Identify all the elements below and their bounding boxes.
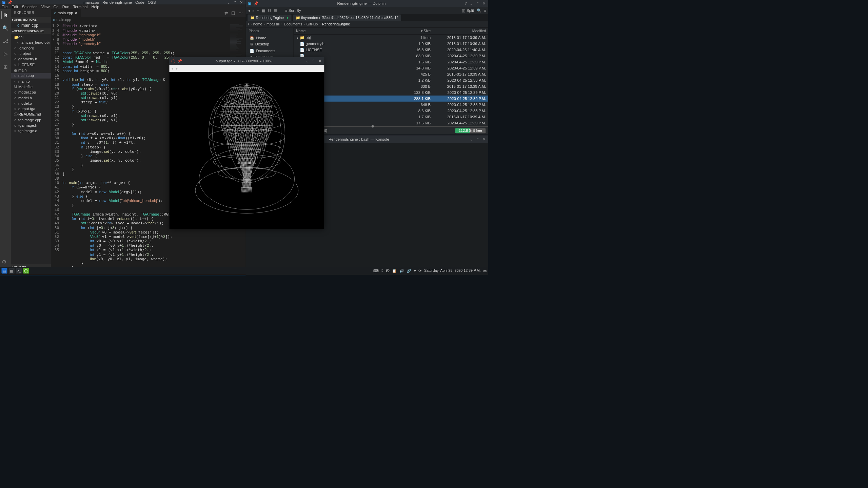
tree-item[interactable]: ○african_head.obj bbox=[11, 40, 51, 45]
place-item[interactable]: 🏠Home bbox=[246, 35, 294, 41]
menu-view[interactable]: View bbox=[41, 5, 50, 9]
bc-segment[interactable]: RenderingEngine bbox=[322, 22, 350, 26]
menu-icon[interactable]: ≡ bbox=[484, 8, 487, 13]
bc-segment[interactable]: mbassili bbox=[267, 22, 280, 26]
tree-item[interactable]: MMakefile bbox=[11, 84, 51, 89]
tree-item[interactable]: cmain.cpp bbox=[11, 73, 51, 78]
menu-help[interactable]: Help bbox=[91, 5, 99, 9]
menu-file[interactable]: File bbox=[2, 5, 8, 9]
tree-item[interactable]: ⓘREADME.md bbox=[11, 112, 51, 117]
breadcrumb[interactable]: cmain.cpp bbox=[51, 17, 246, 23]
file-row[interactable]: 📄 LICENSE16.3 KiB2020-04-25 11:40 A.M. bbox=[294, 47, 488, 53]
pin-icon[interactable]: 📌 bbox=[7, 0, 12, 5]
col-name[interactable]: Name bbox=[296, 29, 402, 33]
close-icon[interactable]: ✕ bbox=[240, 0, 243, 5]
back-button[interactable]: ◂ bbox=[248, 8, 250, 13]
settings-gear-icon[interactable]: ⚙ bbox=[2, 259, 6, 265]
help-icon[interactable]: ? bbox=[465, 1, 467, 6]
column-headers[interactable]: Name ▾ Size Modified bbox=[294, 28, 488, 35]
extensions-icon[interactable]: ⊞ bbox=[2, 63, 9, 71]
bc-segment[interactable]: Documents bbox=[284, 22, 302, 26]
pin-icon[interactable]: 📌 bbox=[254, 1, 258, 6]
sort-by[interactable]: ≡ Sort By bbox=[285, 8, 301, 13]
tree-item[interactable]: ctgaimage.h bbox=[11, 123, 51, 128]
tray-bluetooth-icon[interactable]: ᛒ bbox=[381, 269, 383, 273]
forward-button[interactable]: ▸ bbox=[253, 8, 255, 13]
compare-icon[interactable]: ⇄ bbox=[224, 11, 228, 16]
tree-item[interactable]: ○output.tga bbox=[11, 106, 51, 111]
minimize-icon[interactable]: ⌄ bbox=[306, 59, 309, 63]
split-editor-icon[interactable]: ◫ bbox=[231, 11, 235, 16]
maximize-icon[interactable]: ⌃ bbox=[234, 0, 237, 5]
tree-item[interactable]: ○main.o bbox=[11, 79, 51, 84]
run-debug-icon[interactable]: ▷ bbox=[2, 50, 9, 58]
tray-power-icon[interactable]: ⏻ bbox=[386, 269, 390, 273]
file-row[interactable]: 📄 geometry.h1.9 KiB2015-01-17 10:39 A.M. bbox=[294, 41, 488, 47]
project-header[interactable]: ▾ RENDERINGENGINE bbox=[11, 28, 51, 34]
tree-item[interactable]: ○model.o bbox=[11, 101, 51, 106]
bc-segment[interactable]: / bbox=[248, 22, 249, 26]
tree-item[interactable]: ○LICENSE bbox=[11, 62, 51, 67]
col-size[interactable]: ▾ Size bbox=[402, 29, 431, 33]
menu-edit[interactable]: Edit bbox=[12, 5, 18, 9]
split-button[interactable]: ◫ Split bbox=[462, 8, 474, 13]
tree-item[interactable]: ctgaimage.cpp bbox=[11, 117, 51, 123]
minimize-icon[interactable]: ⌄ bbox=[470, 137, 473, 142]
search-icon[interactable]: 🔍 bbox=[477, 8, 481, 13]
taskbar-konsole[interactable]: >_ bbox=[16, 268, 22, 273]
close-icon[interactable]: ✕ bbox=[318, 59, 322, 63]
tree-item[interactable]: cmodel.h bbox=[11, 95, 51, 101]
view-icons[interactable]: ▦ bbox=[262, 8, 265, 13]
tree-item[interactable]: cmodel.cpp bbox=[11, 89, 51, 95]
tray-network-icon[interactable]: 🔗 bbox=[407, 268, 411, 273]
bc-segment[interactable]: GitHub bbox=[307, 22, 318, 26]
show-desktop-icon[interactable]: ▭ bbox=[483, 268, 487, 273]
tree-item[interactable]: ⬣main bbox=[11, 67, 51, 73]
pin-icon[interactable]: 📌 bbox=[177, 59, 182, 63]
open-editors-header[interactable]: ▸ OPEN EDITORS bbox=[11, 17, 51, 23]
menu-go[interactable]: Go bbox=[53, 5, 58, 9]
taskbar-dolphin[interactable]: ▥ bbox=[9, 268, 15, 273]
bc-segment[interactable]: home bbox=[253, 22, 262, 26]
tray-clipboard-icon[interactable]: 📋 bbox=[392, 268, 397, 273]
tree-item[interactable]: ○.gitignore bbox=[11, 45, 51, 51]
maximize-icon[interactable]: ⌃ bbox=[476, 137, 479, 142]
tray-notifications-icon[interactable]: ▾ bbox=[414, 268, 416, 273]
menu-terminal[interactable]: Terminal bbox=[73, 5, 88, 9]
dolphin-tab[interactable]: 📁 tinyrenderer-f6fecb7ad493264ecd15e2304… bbox=[293, 15, 401, 21]
tree-item[interactable]: cgeometry.h bbox=[11, 57, 51, 62]
close-icon[interactable]: ✕ bbox=[482, 137, 486, 142]
dolphin-tab[interactable]: 📁 RenderingEngine bbox=[248, 15, 291, 21]
maximize-icon[interactable]: ⌃ bbox=[312, 59, 315, 63]
app-launcher-icon[interactable]: ▤ bbox=[2, 268, 7, 273]
clock[interactable]: Saturday, April 25, 2020 12:39 P.M. bbox=[424, 269, 481, 273]
tree-item[interactable]: 📁obj bbox=[11, 34, 51, 40]
tree-item[interactable]: ○.project bbox=[11, 51, 51, 56]
back-menu[interactable]: ▾ bbox=[257, 8, 259, 13]
taskbar-gwenview[interactable]: ◯ bbox=[23, 268, 29, 273]
next-image-icon[interactable]: ▸ bbox=[176, 66, 178, 71]
tray-volume-icon[interactable]: 🔊 bbox=[399, 268, 404, 273]
search-icon[interactable]: 🔍 bbox=[2, 24, 9, 32]
more-actions-icon[interactable]: ⋯ bbox=[239, 11, 243, 16]
close-icon[interactable]: ✕ bbox=[482, 1, 486, 6]
view-details[interactable]: ☰ bbox=[274, 8, 277, 13]
menu-run[interactable]: Run bbox=[62, 5, 70, 9]
minimize-icon[interactable]: ⌄ bbox=[470, 1, 473, 6]
tree-item[interactable]: ○tgaimage.o bbox=[11, 128, 51, 134]
explorer-icon[interactable]: 🗎 bbox=[1, 11, 9, 19]
place-item[interactable]: 🖥Desktop bbox=[246, 41, 294, 48]
view-compact[interactable]: ☷ bbox=[268, 8, 271, 13]
col-modified[interactable]: Modified bbox=[431, 29, 486, 33]
prev-image-icon[interactable]: ◂ bbox=[171, 66, 173, 71]
menu-selection[interactable]: Selection bbox=[22, 5, 38, 9]
source-control-icon[interactable]: ⎇ bbox=[2, 37, 9, 45]
tab-close-icon[interactable]: ✕ bbox=[75, 11, 78, 16]
breadcrumb[interactable]: /›home›mbassili›Documents›GitHub›Renderi… bbox=[246, 21, 488, 28]
open-editor-item[interactable]: cmain.cpp bbox=[11, 23, 51, 28]
tray-updates-icon[interactable]: ⟳ bbox=[418, 268, 421, 273]
maximize-icon[interactable]: ⌃ bbox=[476, 1, 479, 6]
place-item[interactable]: 📄Documents bbox=[246, 47, 294, 54]
image-viewport[interactable] bbox=[170, 72, 324, 229]
tray-keyboard-icon[interactable]: ⌨ bbox=[373, 268, 378, 273]
